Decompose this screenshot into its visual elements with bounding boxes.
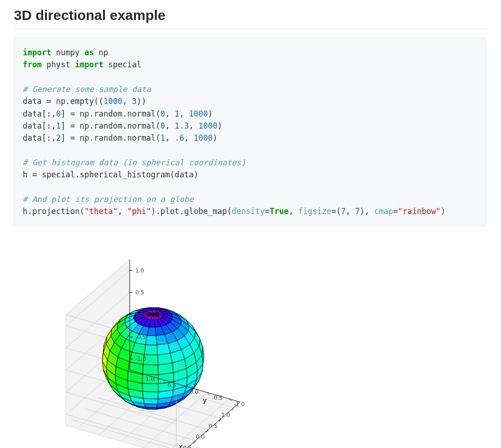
section-heading: 3D directional example <box>14 7 487 29</box>
svg-text:-1.0: -1.0 <box>234 401 244 408</box>
svg-text:1.0: 1.0 <box>145 376 154 382</box>
svg-text:1.0: 1.0 <box>221 412 230 418</box>
svg-text:0.5: 0.5 <box>208 422 217 429</box>
svg-text:y: y <box>203 396 206 404</box>
svg-text:-0.5: -0.5 <box>212 395 222 401</box>
code-block: import numpy as np from physt import spe… <box>14 38 487 227</box>
svg-text:0.0: 0.0 <box>196 434 205 440</box>
svg-text:-0.5: -0.5 <box>135 334 146 340</box>
svg-text:z: z <box>155 310 159 317</box>
svg-text:0.5: 0.5 <box>135 289 144 296</box>
svg-marker-338 <box>157 344 170 355</box>
svg-marker-269 <box>143 398 158 404</box>
svg-text:0.0: 0.0 <box>190 388 199 395</box>
svg-marker-334 <box>146 335 157 345</box>
svg-text:0.5: 0.5 <box>167 382 176 389</box>
svg-text:1.0: 1.0 <box>135 267 144 274</box>
svg-marker-339 <box>143 364 159 375</box>
svg-text:0.0: 0.0 <box>135 312 144 318</box>
svg-text:x: x <box>179 443 182 448</box>
globe-plot-output: -1.0-0.50.00.51.0-1.0-0.50.00.51.0-1.0-0… <box>28 238 315 448</box>
svg-text:-0.5: -0.5 <box>181 445 192 448</box>
svg-text:-1.0: -1.0 <box>135 356 146 362</box>
svg-marker-317 <box>142 383 158 392</box>
svg-marker-232 <box>144 403 158 407</box>
svg-marker-340 <box>158 353 173 365</box>
svg-marker-341 <box>144 344 158 355</box>
svg-marker-299 <box>143 391 159 399</box>
